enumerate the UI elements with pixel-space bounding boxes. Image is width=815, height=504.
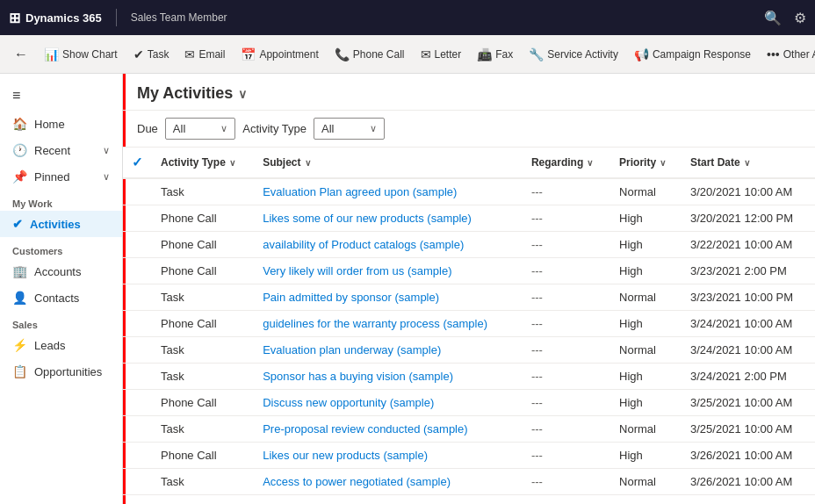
brand-logo: ⊞ Dynamics 365: [9, 10, 102, 26]
row-checkbox-3[interactable]: [123, 258, 152, 284]
select-all-header[interactable]: ✓: [123, 148, 152, 178]
due-filter-select[interactable]: All ∨: [165, 118, 235, 140]
row-start-date-2: 3/22/2021 10:00 AM: [682, 232, 815, 258]
row-subject-1[interactable]: Likes some of our new products (sample): [254, 205, 523, 232]
row-start-date-9: 3/25/2021 10:00 AM: [682, 416, 815, 443]
campaign-icon: 📢: [634, 47, 649, 61]
fax-button[interactable]: 📠 Fax: [470, 44, 520, 65]
row-subject-6[interactable]: Evaluation plan underway (sample): [254, 337, 523, 364]
row-subject-9[interactable]: Pre-proposal review conducted (sample): [254, 416, 523, 443]
sidebar-item-leads[interactable]: ⚡ Leads: [0, 332, 122, 358]
activities-icon: ✔: [12, 217, 23, 231]
activity-type-sort-icon: ∨: [229, 158, 235, 168]
letter-button[interactable]: ✉ Letter: [414, 44, 469, 65]
recent-chevron-icon: ∨: [103, 145, 110, 156]
activity-toolbar: ← 📊 Show Chart ✔ Task ✉ Email 📅 Appointm…: [0, 35, 815, 74]
row-subject-12[interactable]: Asked for business (sample): [254, 495, 523, 505]
row-subject-2[interactable]: availability of Product catalogs (sample…: [254, 232, 523, 258]
show-chart-button[interactable]: 📊 Show Chart: [37, 44, 125, 65]
row-subject-10[interactable]: Likes our new products (sample): [254, 443, 523, 469]
row-regarding-12: ---: [523, 495, 610, 505]
activity-type-filter-select[interactable]: All ∨: [314, 118, 384, 140]
row-regarding-9: ---: [523, 416, 610, 443]
activity-type-column-header[interactable]: Activity Type ∨: [152, 148, 254, 178]
task-button[interactable]: ✔ Task: [126, 44, 177, 65]
row-subject-8[interactable]: Discuss new opportunity (sample): [254, 390, 523, 416]
row-regarding-0: ---: [523, 178, 610, 205]
subject-column-header[interactable]: Subject ∨: [254, 148, 523, 178]
row-checkbox-12[interactable]: [123, 495, 152, 505]
select-all-checkmark: ✓: [132, 155, 143, 169]
top-bar: ⊞ Dynamics 365 Sales Team Member 🔍 ⚙: [0, 0, 815, 35]
row-checkbox-7[interactable]: [123, 364, 152, 390]
row-start-date-4: 3/23/2021 10:00 PM: [682, 284, 815, 311]
sidebar-item-recent[interactable]: 🕐 Recent ∨: [0, 137, 122, 163]
sidebar-leads-label: Leads: [34, 339, 65, 352]
other-activities-button[interactable]: ••• Other Activi...: [760, 44, 815, 65]
table-row: Phone Call Discuss new opportunity (samp…: [123, 390, 815, 416]
table-row: Task Pain admitted by sponsor (sample) -…: [123, 284, 815, 311]
row-priority-11: Normal: [610, 469, 682, 495]
sidebar-item-pinned[interactable]: 📌 Pinned ∨: [0, 163, 122, 190]
row-checkbox-4[interactable]: [123, 284, 152, 311]
sidebar-item-activities[interactable]: ✔ Activities: [0, 211, 122, 237]
appointment-button[interactable]: 📅 Appointment: [234, 44, 325, 65]
sidebar-accounts-label: Accounts: [34, 265, 81, 278]
hamburger-menu[interactable]: ≡: [0, 81, 122, 111]
row-priority-10: High: [610, 443, 682, 469]
top-bar-title: Sales Team Member: [131, 11, 227, 24]
row-checkbox-9[interactable]: [123, 416, 152, 443]
table-row: Task Asked for business (sample) --- Nor…: [123, 495, 815, 505]
service-activity-button[interactable]: 🔧 Service Activity: [522, 44, 625, 65]
back-button[interactable]: ←: [7, 43, 35, 66]
regarding-column-header[interactable]: Regarding ∨: [523, 148, 610, 178]
row-regarding-5: ---: [523, 311, 610, 337]
sidebar-opportunities-label: Opportunities: [34, 365, 102, 378]
row-regarding-4: ---: [523, 284, 610, 311]
start-date-column-header[interactable]: Start Date ∨: [682, 148, 815, 178]
activity-type-filter-value: All: [321, 122, 334, 135]
row-subject-3[interactable]: Very likely will order from us (sample): [254, 258, 523, 284]
subject-sort-icon: ∨: [305, 158, 311, 168]
row-start-date-7: 3/24/2021 2:00 PM: [682, 364, 815, 390]
sidebar-item-accounts[interactable]: 🏢 Accounts: [0, 258, 122, 284]
campaign-response-button[interactable]: 📢 Campaign Response: [627, 44, 758, 65]
row-subject-7[interactable]: Sponsor has a buying vision (sample): [254, 364, 523, 390]
row-checkbox-8[interactable]: [123, 390, 152, 416]
row-checkbox-11[interactable]: [123, 469, 152, 495]
service-activity-label: Service Activity: [547, 48, 618, 61]
sidebar-item-opportunities[interactable]: 📋 Opportunities: [0, 358, 122, 385]
page-title-chevron-icon[interactable]: ∨: [238, 87, 247, 101]
row-start-date-6: 3/24/2021 10:00 AM: [682, 337, 815, 364]
row-priority-3: High: [610, 258, 682, 284]
row-checkbox-6[interactable]: [123, 337, 152, 364]
activities-table-container: ✓ Activity Type ∨ Subject ∨: [123, 148, 815, 504]
row-priority-1: High: [610, 205, 682, 232]
row-activity-type-4: Task: [152, 284, 254, 311]
row-checkbox-1[interactable]: [123, 205, 152, 232]
row-checkbox-5[interactable]: [123, 311, 152, 337]
row-priority-8: High: [610, 390, 682, 416]
sidebar-item-contacts[interactable]: 👤 Contacts: [0, 284, 122, 311]
settings-icon[interactable]: ⚙: [794, 10, 806, 26]
row-subject-0[interactable]: Evaluation Plan agreed upon (sample): [254, 178, 523, 205]
due-filter-value: All: [173, 122, 185, 135]
phone-call-button[interactable]: 📞 Phone Call: [328, 44, 412, 65]
priority-column-header[interactable]: Priority ∨: [610, 148, 682, 178]
row-subject-11[interactable]: Access to power negotiated (sample): [254, 469, 523, 495]
start-date-sort-icon: ∨: [744, 158, 750, 168]
row-activity-type-6: Task: [152, 337, 254, 364]
row-checkbox-2[interactable]: [123, 232, 152, 258]
appointment-icon: 📅: [241, 47, 256, 61]
sidebar-item-home[interactable]: 🏠 Home: [0, 111, 122, 137]
row-priority-4: Normal: [610, 284, 682, 311]
row-checkbox-0[interactable]: [123, 178, 152, 205]
brand-grid-icon: ⊞: [9, 10, 20, 26]
email-button[interactable]: ✉ Email: [177, 44, 232, 65]
row-start-date-10: 3/26/2021 10:00 AM: [682, 443, 815, 469]
row-subject-5[interactable]: guidelines for the warranty process (sam…: [254, 311, 523, 337]
row-subject-4[interactable]: Pain admitted by sponsor (sample): [254, 284, 523, 311]
row-checkbox-10[interactable]: [123, 443, 152, 469]
activities-table: ✓ Activity Type ∨ Subject ∨: [123, 148, 815, 504]
search-icon[interactable]: 🔍: [764, 10, 782, 26]
